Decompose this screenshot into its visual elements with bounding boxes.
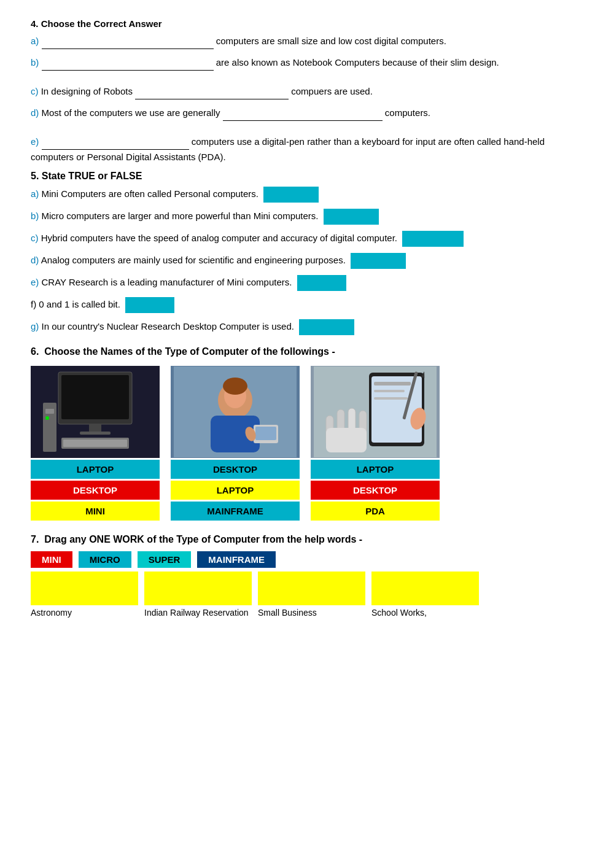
section7: 7. Drag any ONE WORK of the Type of Comp… — [31, 534, 583, 618]
image-col-2: DESKTOP LAPTOP MAINFRAME — [171, 366, 300, 521]
s5-letter-b: b) — [31, 211, 39, 221]
svg-rect-27 — [374, 397, 408, 400]
s5-answer-c[interactable] — [402, 231, 464, 247]
s5-text-d: Analog computers are mainly used for sci… — [41, 255, 346, 265]
letter-c: c) — [31, 86, 39, 96]
svg-rect-5 — [45, 409, 54, 414]
desktop-svg — [40, 369, 150, 455]
col2-option-desktop[interactable]: DESKTOP — [171, 460, 300, 479]
image-desktop-computer — [31, 366, 160, 458]
section6: 6. Choose the Names of the Type of Compu… — [31, 346, 583, 521]
svg-rect-24 — [371, 376, 422, 443]
drag-word-super[interactable]: SUPER — [138, 551, 192, 568]
col3-option-laptop[interactable]: LAPTOP — [311, 460, 440, 479]
section5-item-c: c) Hybrid computers have the speed of an… — [31, 231, 583, 247]
blank-b[interactable] — [42, 55, 214, 71]
section4-item-a: a) computers are small size and low cost… — [31, 34, 583, 49]
svg-rect-26 — [374, 390, 405, 392]
s5-answer-e[interactable] — [297, 275, 346, 291]
text-d: computers. — [385, 107, 430, 118]
s5-answer-b[interactable] — [324, 209, 379, 225]
blank-e[interactable] — [42, 134, 189, 150]
drag-word-mainframe[interactable]: MAINFRAME — [197, 551, 276, 568]
images-row: LAPTOP DESKTOP MINI — [31, 366, 583, 521]
image-col-3: LAPTOP DESKTOP PDA — [311, 366, 440, 521]
s5-text-g: In our country's Nuclear Research Deskto… — [42, 321, 294, 331]
letter-a: a) — [31, 36, 39, 46]
col3-option-desktop[interactable]: DESKTOP — [311, 481, 440, 500]
section4-item-c: c) In designing of Robots compuers are u… — [31, 84, 583, 99]
s5-letter-g: g) — [31, 321, 39, 331]
col2-option-laptop[interactable]: LAPTOP — [171, 481, 300, 500]
section5: 5. State TRUE or FALSE a) Mini Computers… — [31, 171, 583, 335]
drag-word-mini[interactable]: MINI — [31, 551, 72, 568]
drop-box-4[interactable] — [371, 572, 479, 605]
prefix-d: Most of the computers we use are general… — [42, 107, 223, 118]
col1-option-laptop[interactable]: LAPTOP — [31, 460, 160, 479]
section5-item-f: f) 0 and 1 is called bit. — [31, 297, 583, 313]
section7-title: 7. Drag any ONE WORK of the Type of Comp… — [31, 534, 583, 545]
drop-box-1[interactable] — [31, 572, 138, 605]
svg-point-6 — [45, 416, 49, 420]
section5-item-e: e) CRAY Research is a leading manufactur… — [31, 275, 583, 291]
label-business: Small Business — [258, 608, 365, 618]
svg-rect-22 — [326, 428, 367, 452]
label-school: School Works, — [371, 608, 479, 618]
section4-item-b: b) are also known as Notebook Computers … — [31, 55, 583, 71]
s5-text-c: Hybrid computers have the speed of analo… — [41, 233, 397, 243]
videocall-svg — [174, 366, 297, 457]
letter-b: b) — [31, 57, 39, 68]
svg-rect-2 — [89, 424, 101, 432]
image-tablet — [311, 366, 440, 458]
letter-d: d) — [31, 107, 39, 118]
section5-item-b: b) Micro computers are larger and more p… — [31, 209, 583, 225]
label-astronomy: Astronomy — [31, 608, 138, 618]
drop-boxes-row — [31, 572, 583, 605]
col2-option-mainframe[interactable]: MAINFRAME — [171, 502, 300, 521]
s5-letter-c: c) — [31, 233, 39, 243]
section4-item-d: d) Most of the computers we use are gene… — [31, 106, 583, 121]
tablet-svg — [314, 366, 437, 457]
drop-box-2[interactable] — [144, 572, 252, 605]
svg-point-13 — [223, 378, 247, 395]
col1-option-desktop[interactable]: DESKTOP — [31, 481, 160, 500]
s5-letter-f: f) — [31, 299, 36, 309]
s5-text-e: CRAY Research is a leading manufacturer … — [42, 277, 292, 287]
svg-rect-15 — [255, 427, 276, 440]
s5-letter-a: a) — [31, 188, 39, 199]
s5-answer-a[interactable] — [263, 187, 319, 203]
section4-item-e: e) computers use a digital-pen rather th… — [31, 134, 583, 165]
drag-words-row: MINI MICRO SUPER MAINFRAME — [31, 551, 583, 568]
blank-a[interactable] — [42, 34, 214, 49]
section5-item-g: g) In our country's Nuclear Research Des… — [31, 319, 583, 335]
image-video-call — [171, 366, 300, 458]
section6-title: 6. Choose the Names of the Type of Compu… — [31, 346, 583, 357]
s5-answer-d[interactable] — [351, 253, 406, 269]
svg-rect-1 — [61, 375, 129, 419]
section4: 4. Choose the Correct Answer a) computer… — [31, 18, 583, 165]
blank-c[interactable] — [135, 84, 289, 99]
text-a: computers are small size and low cost di… — [216, 36, 446, 46]
col3-option-pda[interactable]: PDA — [311, 502, 440, 521]
s5-text-f: 0 and 1 is called bit. — [39, 299, 120, 309]
s5-letter-d: d) — [31, 255, 39, 265]
s5-letter-e: e) — [31, 277, 39, 287]
svg-rect-8 — [63, 440, 127, 447]
image-col-1: LAPTOP DESKTOP MINI — [31, 366, 160, 521]
blank-d[interactable] — [223, 106, 383, 121]
section5-item-a: a) Mini Computers are often called Perso… — [31, 187, 583, 203]
prefix-c: In designing of Robots — [41, 86, 135, 96]
s5-answer-g[interactable] — [299, 319, 354, 335]
svg-rect-3 — [80, 432, 111, 435]
section5-item-d: d) Analog computers are mainly used for … — [31, 253, 583, 269]
label-railway: Indian Railway Reservation — [144, 608, 252, 618]
svg-rect-25 — [374, 382, 411, 386]
s5-text-b: Micro computers are larger and more powe… — [42, 211, 319, 221]
s5-text-a: Mini Computers are often called Personal… — [42, 188, 259, 199]
col1-option-mini[interactable]: MINI — [31, 502, 160, 521]
drop-box-3[interactable] — [258, 572, 365, 605]
text-b: are also known as Notebook Computers bec… — [216, 57, 499, 68]
letter-e: e) — [31, 136, 39, 147]
s5-answer-f[interactable] — [125, 297, 174, 313]
drag-word-micro[interactable]: MICRO — [79, 551, 131, 568]
